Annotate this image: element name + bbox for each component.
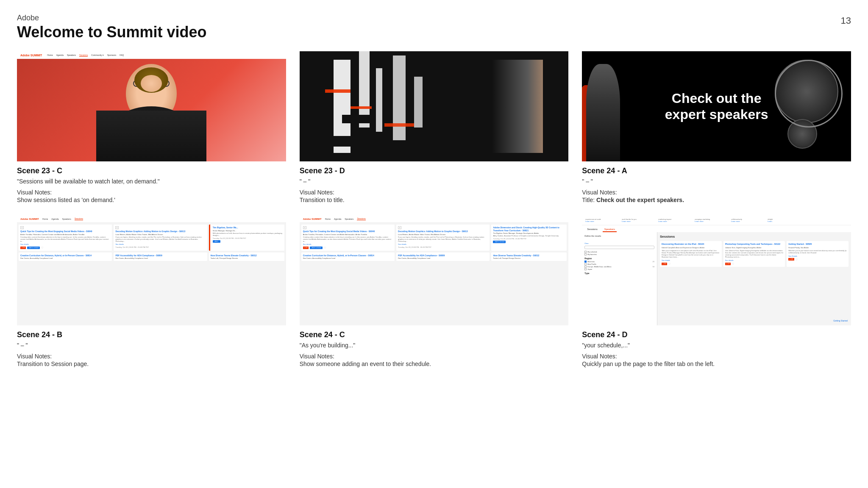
my-favorites-checkbox[interactable]: [584, 253, 587, 255]
strip-r2: [351, 106, 372, 109]
speaker-session-1-author: Gabriel Campbell, Artist and Experience …: [662, 247, 720, 249]
session-item-3: Tim Bigelow, Senior Ma... Senior Manager…: [209, 225, 284, 251]
red-accent: [209, 225, 210, 251]
session-2-author: Luna Winters, Adobe Master Video Trainer…: [115, 233, 205, 236]
face-lower: [141, 75, 162, 92]
session-1-header: ▾: [20, 226, 110, 229]
add-btn-c3: + Add to schedule: [493, 241, 506, 243]
scene-23c-quote: "Sessions will be available to watch lat…: [17, 178, 286, 185]
filter-search-input[interactable]: [584, 246, 654, 249]
session-list-area-c: ▾ Quick Tips for Creating the Most Engag…: [300, 223, 569, 325]
session-c3-date: Tuesday, Oct 20 | 03:30 PM - 05:00 PM PS…: [493, 238, 565, 240]
speaker-session-2: Photoshop Compositing Tools and Techniqu…: [723, 241, 785, 267]
heart-c1: ♡: [324, 246, 326, 249]
page-header: Adobe Welcome to Summit video 13: [17, 14, 851, 41]
europe-checkbox[interactable]: [584, 266, 587, 268]
banner-link-5: Learn more: [731, 220, 765, 222]
europe-label: Europe, Middle East, and Africa: [587, 266, 611, 268]
speaker-session-2-link: See details: [725, 259, 734, 261]
mock-nav-b-home: Home: [42, 218, 48, 220]
scene-23d-image: [300, 51, 569, 161]
scene-24b-quote: " – ": [17, 342, 286, 349]
japan-checkbox[interactable]: [584, 268, 587, 270]
session-item-1: ▾ Quick Tips for Creating the Most Engag…: [19, 225, 112, 251]
speaker-session-1-footer: See details: [662, 259, 720, 261]
session-c1-link: See details: [303, 243, 393, 245]
speaker-session-3-footer: See Details: [788, 255, 847, 257]
strip-r1: [325, 89, 351, 93]
scene-24d-notes-text: Quickly pan up the page to the filter ta…: [582, 360, 851, 367]
live-badge-s1: ● LIVE: [662, 263, 667, 265]
scene-24c-image: Adobe SUMMIT Home Agenda Speakers Sessio…: [300, 215, 569, 325]
scene-24b-notes-label: Visual Notes:: [17, 353, 286, 360]
americas-row: Americas 20: [584, 261, 654, 263]
americas-count: 20: [653, 261, 654, 263]
session-c3: Adobe Dimension and Stock: Creating High…: [491, 225, 567, 251]
mock-nav-community: Community ▾: [91, 54, 104, 56]
body-cloth: [96, 111, 206, 161]
session-c2: ▾ Decoding Motion Graphics: Adding Motio…: [396, 225, 490, 251]
speaker-session-1-desc: Take your imagination to new places with…: [662, 250, 720, 258]
region-section: Region Americas 20 Asia Pacific: [584, 257, 654, 270]
scene-24c-label: Scene 24 - C: [300, 330, 569, 339]
scene-24a-label: Scene 24 - A: [582, 166, 851, 175]
glitch-bar3: [312, 136, 355, 147]
session-2-header: ▾: [115, 226, 205, 229]
mock-nav-sessions: Sessions: [79, 54, 88, 57]
session-row-2: Creative Curriculum for Distance, Hybrid…: [19, 252, 284, 261]
scene-24a-notes-text: Title: Check out the expert speakers.: [582, 197, 851, 203]
speaker-session-2-author: Julianne Kost, Digital Imaging Evangelis…: [725, 247, 784, 249]
glitch-bar2: [342, 115, 376, 123]
getting-started-label: Getting Started: [833, 319, 848, 322]
mock-speakers-container: experiences at scale Learn more work har…: [582, 215, 851, 325]
mock-nav-bar: Adobe SUMMIT Home Agenda Speakers Sessio…: [17, 51, 286, 59]
banner-link-1: Learn more: [585, 220, 619, 222]
mock-nav-b-agenda: Agenda: [51, 218, 58, 220]
strip-w5: [414, 77, 423, 128]
scene-24c-notes-label: Visual Notes:: [300, 353, 569, 360]
my-schedule-checkbox[interactable]: [584, 251, 587, 253]
mock-nav-b-sessions: Sessions: [75, 217, 83, 220]
tab-sessions[interactable]: Sessions: [585, 227, 599, 232]
speaker-session-1-link: See details: [662, 259, 670, 261]
scene-23c-image: Adobe SUMMIT Home Agenda Speakers Sessio…: [17, 51, 286, 161]
clear-link[interactable]: Clear: [584, 242, 589, 244]
type-section: Type: [584, 272, 654, 274]
scene-24d-label: Scene 24 - D: [582, 330, 851, 339]
session-c2-desc: If you use layers, blending modes, masks…: [398, 236, 488, 243]
tab-speakers[interactable]: Speakers: [603, 227, 617, 232]
abstract-strips: [300, 51, 569, 161]
banner-link-6: Learn-: [768, 220, 801, 222]
sessions-cards-row: Discovering Illustrator on the iPad - S6…: [660, 241, 849, 267]
session-c3-desc: Abby Giudice, Assistant Professor of Gra…: [493, 235, 565, 237]
banner-item-5: collaboratively Learn more: [731, 218, 765, 222]
session-3-desc: With photosheets on hold, discover how t…: [213, 232, 283, 236]
asia-checkbox[interactable]: [584, 263, 587, 265]
scene-24d-quote: "your schedule,...": [582, 342, 851, 349]
live-badge-1: ● LIVE: [20, 247, 26, 249]
europe-row: Europe, Middle East, and Africa 58: [584, 266, 654, 268]
mock-nav-home: Home: [47, 54, 53, 56]
scene-23c-inner: Adobe SUMMIT Home Agenda Speakers Sessio…: [17, 51, 286, 161]
session-c1: ▾ Quick Tips for Creating the Most Engag…: [301, 225, 395, 251]
card-scene-23d: Scene 23 - D " – " Visual Notes: Transit…: [300, 51, 569, 203]
add-btn-1: + Add to schedule: [27, 247, 40, 249]
session-2-link: See details: [115, 243, 205, 245]
mock-header-b: Adobe SUMMIT Home Agenda Speakers Sessio…: [17, 215, 286, 223]
banner-item-6: delight Learn-: [768, 218, 801, 222]
scene-24c-quote: "As you're building...": [300, 342, 569, 349]
session-2-title: Decoding Motion Graphics: Adding Motion …: [115, 230, 205, 233]
chevron-c1: ▾: [303, 226, 306, 229]
session-c2-date: Tuesday, Oct 20 | 03:30 PM - 05:00 PM PS…: [398, 246, 488, 248]
session-c4-author: Dan Castro, Accessibility Compliance Lea…: [303, 257, 393, 259]
session-c2-author: Luna Winters, Adobe Master Video Trainer…: [398, 233, 488, 236]
speaker-session-3-desc: Whether you've just haven't even tested …: [788, 250, 847, 254]
header-left: Adobe Welcome to Summit video: [17, 14, 206, 41]
session-c1-title: Quick Tips for Creating the Most Engagin…: [303, 230, 393, 233]
strip-w3: [376, 68, 382, 132]
americas-checkbox[interactable]: [584, 261, 587, 263]
scene-23d-quote: " – ": [300, 178, 569, 185]
session-1-author: Amber Torralba, Filmmaker, Content Creat…: [20, 233, 110, 236]
speaker-session-2-desc: Join Julianne Kost, Digital Imaging Evan…: [725, 250, 784, 258]
my-schedule-row: My schedule: [584, 251, 654, 253]
